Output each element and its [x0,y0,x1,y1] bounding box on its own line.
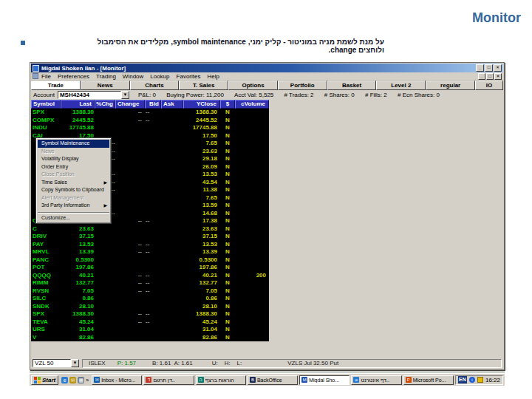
column-header[interactable]: YClose [183,100,220,109]
table-row[interactable]: SNDK 28.10 28.10 N [31,303,269,311]
context-menu-item[interactable]: Volatility Display ▶ [38,155,109,163]
cell-bid: -- [145,117,161,125]
account-value[interactable]: MSH42434 [58,91,121,99]
column-header[interactable]: $ [220,100,235,109]
context-menu-item[interactable]: Order Entry ▶ [38,163,109,171]
ie-icon[interactable]: e [61,377,68,383]
mdi-minimize-button[interactable]: _ [478,73,485,80]
table-row[interactable]: PAY 13.53 -- -- 13.53 N [31,241,269,249]
cell-cvolume [235,287,269,296]
menu-item[interactable]: Help [207,73,219,80]
table-row[interactable]: C 23.63 23.63 N [31,225,269,233]
messenger-tray-icon[interactable]: i [469,377,475,383]
table-row[interactable]: INDU 17745.88 17745.88 N [31,124,269,132]
toolbar-button[interactable]: T. Sales [179,81,228,90]
outlook-icon[interactable]: ✉ [69,377,76,383]
cell-bid [145,225,161,233]
close-button[interactable]: × [494,64,502,72]
title-bar[interactable]: Migdal Shoken Ilan - [Monitor] _ □ × [31,64,503,72]
task-button[interactable]: P Microsoft Po... [403,375,454,385]
table-row[interactable]: URS 31.04 31.04 N [31,326,269,334]
context-menu-item[interactable]: 3rd Party Information ▶ [38,202,109,210]
table-row[interactable]: SILC 0.86 0.86 N [31,295,269,303]
task-button[interactable]: ה הוראות ברצף [196,375,246,385]
table-row[interactable]: RVSN 7.05 -- -- 7.05 N [31,287,269,296]
menu-item[interactable]: Lookup [150,73,169,80]
context-menu-item[interactable]: News ▶ [38,148,109,156]
task-button[interactable]: B BackOffice [248,375,298,385]
menu-item[interactable]: File [41,73,51,80]
mdi-close-button[interactable]: × [494,73,502,80]
minimize-button[interactable]: _ [476,64,484,72]
table-row[interactable]: SPX 1388.30 -- -- 1388.30 N [31,310,269,318]
maximize-button[interactable]: □ [485,64,493,72]
context-menu-item[interactable]: Customize... ▶ [38,212,109,222]
menu-item[interactable]: Window [123,73,143,80]
table-row[interactable]: POT 197.86 197.86 N [31,264,269,272]
menu-item[interactable]: Trading [96,73,116,80]
cell-yclose: 13.39 [183,248,220,256]
toolbar-button[interactable]: Basket [327,81,377,90]
column-header[interactable]: Symbol [31,100,61,109]
table-row[interactable]: QQQQ 40.21 -- -- 40.21 N 200 [31,272,269,280]
mdi-restore-button[interactable]: □ [486,73,494,80]
table-row[interactable]: SPX 1388.30 -- -- 1388.30 N [31,109,269,117]
table-row[interactable]: V 82.86 82.86 N [31,334,269,342]
task-app-icon: e [353,377,359,383]
cell-bid [145,233,161,241]
cell-ask [161,194,183,202]
start-button[interactable]: Start [31,375,58,385]
status-symbol-combobox[interactable]: VZL 50 ▼ [33,359,79,367]
cell-ask [161,117,183,125]
table-row[interactable]: MRVL 13.39 -- -- 13.39 N [31,248,269,256]
column-header[interactable]: Change [115,100,145,109]
context-menu-item[interactable]: Close Position ▶ [38,171,109,179]
chevron-down-icon[interactable]: ▼ [121,91,129,99]
context-menu-item[interactable]: Copy Symbols to Clipboard ▶ [38,186,109,194]
cell-last: 2445.52 [61,117,95,125]
toolbar-button[interactable]: Trade [31,81,81,90]
caption-buttons: _ □ × [476,64,502,72]
task-button[interactable]: ✉ Inbox - Micro... [92,375,142,385]
cell-ask [161,225,183,233]
table-row[interactable]: TEVA 45.24 -- -- 45.24 N [31,318,269,327]
table-row[interactable]: PANC 0.5300 0.5300 N [31,256,269,265]
status-symbol-value[interactable]: VZL 50 [33,359,71,367]
menu-item[interactable]: Favorites [177,73,201,80]
cell-bid [145,295,161,303]
context-menu-item[interactable]: Time Sales ▶ [38,179,109,187]
cell-status: N [220,124,235,132]
task-button[interactable]: ד דן תרגום.. [143,375,194,385]
toolbar-button[interactable]: Level 2 [376,81,426,90]
cell-status: N [220,163,235,171]
menu-item[interactable]: Preferences [58,73,89,80]
toolbar-button[interactable]: Options [228,81,278,90]
cell-yclose: 7.65 [183,194,220,202]
column-header[interactable]: Bid [145,100,161,109]
language-indicator[interactable]: EN [458,376,467,383]
account-combobox[interactable]: MSH42434 ▼ [58,91,129,99]
chevron-down-icon[interactable]: ▼ [71,359,79,367]
show-desktop-icon[interactable]: ▦ [78,377,84,383]
slide: Monitor על מנת לשמת מניה במוניטור - קליק… [0,0,532,399]
table-row[interactable]: DRIV 37.15 37.15 N [31,233,269,241]
column-header[interactable]: cVolume [235,100,269,109]
alert-tray-icon[interactable] [477,377,483,383]
toolbar-button[interactable]: IO [475,81,503,90]
toolbar-button[interactable]: regular [426,81,475,90]
toolbar-button[interactable]: News [81,81,130,90]
column-header[interactable]: %Chg [95,100,115,109]
table-row[interactable]: COMPX 2445.52 -- -- 2445.52 N [31,117,269,125]
context-menu-item[interactable]: Alert Management ▶ [38,194,109,202]
task-button[interactable]: e דף אינטרנט.. [351,375,401,385]
context-menu-item[interactable]: Symbol Maintenance ▶ [38,140,109,148]
overflow-chevron-icon[interactable]: » [86,378,89,383]
column-header[interactable]: Ask [161,100,183,109]
task-button[interactable]: M Migdal Sho... [299,375,349,385]
cell-yclose: 45.24 [183,318,220,327]
toolbar-button[interactable]: Portfolio [278,81,327,90]
toolbar-button[interactable]: Charts [130,81,180,90]
status-quote-panel: ISLEX P: 1.57 B: 1.61 A: 1.61 U: H: L: V… [82,359,502,368]
table-row[interactable]: RIMM 132.77 -- -- 132.77 N [31,279,269,287]
column-header[interactable]: Last [61,100,95,109]
